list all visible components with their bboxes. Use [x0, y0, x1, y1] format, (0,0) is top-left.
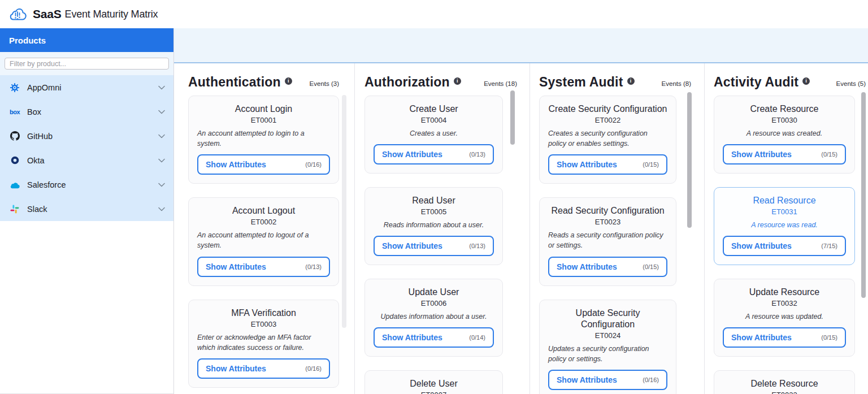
show-attributes-button[interactable]: Show Attributes (0/15): [548, 257, 667, 277]
column-scrollbar-thumb[interactable]: [510, 90, 515, 145]
category-column: Authenticationi Events (3) Account Login…: [174, 63, 354, 394]
event-title: Read Security Configuration: [551, 205, 664, 217]
github-logo-icon: [8, 131, 21, 141]
info-icon[interactable]: i: [454, 77, 461, 85]
show-attributes-button[interactable]: Show Attributes (0/16): [197, 154, 330, 175]
event-code: ET0031: [771, 207, 797, 216]
show-attributes-label: Show Attributes: [382, 333, 442, 342]
show-attributes-button[interactable]: Show Attributes (0/15): [723, 327, 846, 348]
column-scrollbar-thumb[interactable]: [861, 92, 866, 298]
event-title: Account Login: [235, 103, 292, 115]
show-attributes-button[interactable]: Show Attributes (7/15): [723, 236, 846, 256]
product-name: Salesforce: [27, 180, 66, 189]
products-sidebar: Products AppOmni box Box GitHub Okta: [0, 28, 174, 394]
event-card[interactable]: Update Security Configuration ET0024 Upd…: [539, 300, 676, 394]
event-code: ET0001: [251, 116, 277, 124]
event-card[interactable]: Read Security Configuration ET0023 Reads…: [539, 197, 676, 285]
event-code: ET0023: [595, 218, 621, 226]
event-card[interactable]: Update Resource ET0032 A resource was up…: [714, 279, 855, 357]
show-attributes-button[interactable]: Show Attributes (0/15): [723, 144, 846, 164]
app-header: SaaS Event Maturity Matrix: [0, 0, 868, 28]
cloud-signals-icon: [8, 5, 27, 23]
show-attributes-label: Show Attributes: [557, 160, 617, 169]
event-card[interactable]: MFA Verification ET0003 Enter or acknowl…: [188, 300, 339, 388]
category-title: Activity Auditi: [714, 75, 810, 90]
event-title: Update Security Configuration: [548, 308, 667, 330]
sidebar-product-item[interactable]: GitHub: [0, 124, 173, 148]
event-title: Read Resource: [753, 195, 815, 206]
chevron-down-icon[interactable]: [158, 158, 165, 163]
event-description: Updates a security configuration policy …: [548, 344, 667, 364]
event-card[interactable]: Create Resource ET0030 A resource was cr…: [714, 96, 855, 174]
column-scrollbar-thumb[interactable]: [342, 95, 346, 328]
sidebar-product-item[interactable]: Okta: [0, 148, 173, 172]
sidebar-product-item[interactable]: box Box: [0, 99, 173, 124]
event-card[interactable]: Account Logout ET0002 An account attempt…: [188, 197, 339, 285]
show-attributes-button[interactable]: Show Attributes (0/13): [374, 236, 494, 256]
category-column: System Auditi Events (8) Create Security…: [530, 63, 704, 394]
okta-logo-icon: [8, 155, 21, 165]
event-description: An account attempted to logout of a syst…: [197, 230, 330, 250]
event-title: Create Resource: [750, 103, 819, 115]
event-card[interactable]: Delete User ET0007 Removes or deletes a …: [364, 370, 503, 394]
event-card[interactable]: Read User ET0005 Reads information about…: [364, 187, 503, 265]
event-title: Create Security Configuration: [549, 103, 667, 115]
matrix-content: Authenticationi Events (3) Account Login…: [174, 28, 868, 394]
show-attributes-label: Show Attributes: [731, 241, 792, 250]
event-code: ET0004: [421, 116, 447, 124]
show-attributes-button[interactable]: Show Attributes (0/14): [374, 327, 494, 348]
show-attributes-button[interactable]: Show Attributes (0/16): [197, 358, 330, 379]
show-attributes-label: Show Attributes: [206, 160, 266, 169]
event-description: A resource was created.: [747, 128, 822, 138]
event-description: Creates a user.: [410, 128, 458, 138]
sidebar-product-item[interactable]: Salesforce: [0, 172, 173, 197]
category-header: System Auditi Events (8): [530, 75, 704, 90]
event-card[interactable]: Create Security Configuration ET0022 Cre…: [539, 96, 676, 184]
show-attributes-label: Show Attributes: [382, 150, 442, 159]
event-card[interactable]: Account Login ET0001 An account attempte…: [188, 96, 339, 184]
events-count-label: Events (8): [662, 80, 691, 90]
events-count-label: Events (5): [836, 80, 866, 90]
info-icon[interactable]: i: [802, 77, 810, 85]
show-attributes-label: Show Attributes: [557, 375, 617, 384]
info-icon[interactable]: i: [627, 77, 635, 85]
show-attributes-label: Show Attributes: [382, 241, 442, 250]
event-card[interactable]: Delete Resource ET0033 A resource was re…: [714, 370, 855, 394]
show-attributes-button[interactable]: Show Attributes (0/16): [548, 370, 667, 390]
chevron-down-icon[interactable]: [158, 110, 165, 114]
chevron-down-icon[interactable]: [158, 207, 165, 211]
event-card-list: Create User ET0004 Creates a user. Show …: [355, 96, 530, 394]
show-attributes-label: Show Attributes: [731, 150, 792, 159]
event-description: Reads a security configuration policy or…: [548, 230, 667, 250]
event-description: Updates information about a user.: [381, 311, 487, 322]
product-name: Slack: [27, 205, 47, 214]
event-card[interactable]: Read Resource ET0031 A resource was read…: [714, 187, 855, 265]
product-list: AppOmni box Box GitHub Okta Salesforce: [0, 75, 173, 221]
chevron-down-icon[interactable]: [158, 134, 165, 138]
show-attributes-button[interactable]: Show Attributes (0/13): [374, 144, 494, 164]
category-header: Activity Auditi Events (5): [705, 75, 868, 90]
attribute-count: (0/15): [643, 263, 659, 270]
event-card[interactable]: Create User ET0004 Creates a user. Show …: [364, 96, 503, 174]
product-filter-input[interactable]: [5, 58, 169, 70]
attribute-count: (0/15): [821, 151, 837, 158]
chevron-down-icon[interactable]: [158, 183, 165, 187]
event-card[interactable]: Update User ET0006 Updates information a…: [364, 279, 503, 357]
chevron-down-icon[interactable]: [158, 85, 165, 90]
info-icon[interactable]: i: [285, 77, 292, 85]
event-title: Create User: [409, 103, 458, 115]
show-attributes-button[interactable]: Show Attributes (0/13): [197, 257, 330, 277]
category-title: Authorizationi: [364, 75, 461, 90]
event-description: Creates a security configuration policy …: [548, 128, 667, 149]
app-title: Event Maturity Matrix: [65, 8, 158, 20]
event-title: Update User: [409, 287, 459, 298]
sidebar-product-item[interactable]: Slack: [0, 197, 173, 221]
event-code: ET0007: [421, 391, 447, 394]
show-attributes-button[interactable]: Show Attributes (0/15): [548, 154, 667, 175]
category-title: System Auditi: [539, 75, 635, 90]
attribute-count: (7/15): [821, 243, 837, 249]
column-scrollbar-thumb[interactable]: [687, 92, 692, 228]
sidebar-product-item[interactable]: AppOmni: [0, 75, 173, 99]
product-name: Box: [27, 107, 41, 116]
event-title: Delete Resource: [750, 378, 818, 389]
